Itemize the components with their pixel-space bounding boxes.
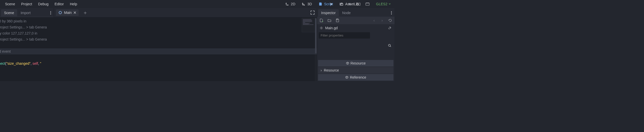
script-editor: Main ＋ File Search Edit Go To Debug	[54, 8, 317, 81]
section-resource-label: Resource	[351, 61, 366, 65]
distraction-free-icon[interactable]	[310, 10, 315, 15]
section-reference-label: Reference	[350, 75, 366, 79]
tab-import[interactable]: Import	[18, 9, 34, 16]
new-resource-icon[interactable]	[319, 18, 324, 23]
minimap[interactable]	[302, 18, 316, 32]
inspector-dock: Inspector Node ‹ › Main.gd	[317, 8, 394, 81]
renderer-select[interactable]: GLES2	[375, 2, 392, 6]
svg-rect-17	[337, 19, 338, 20]
renderer-label: GLES2	[376, 2, 387, 6]
menu-debug[interactable]: Debug	[35, 1, 51, 7]
script-icon	[319, 2, 323, 6]
svg-point-4	[50, 13, 51, 13]
menu-project[interactable]: Project	[18, 1, 35, 7]
svg-point-18	[321, 27, 322, 28]
workspace-3d-label: 3D	[308, 2, 312, 6]
play-custom-scene-icon[interactable]	[365, 2, 370, 6]
inspector-target-label: Main.gd	[325, 26, 338, 30]
chevron-down-icon	[388, 3, 391, 5]
workspace-assetlib[interactable]: AssetLib	[338, 1, 361, 7]
menubar-left: Scene Project Debug Editor Help	[2, 1, 80, 7]
transform-3d-icon	[302, 2, 306, 6]
workspace-assetlib-label: AssetLib	[345, 2, 359, 6]
code-area[interactable]: # Set the window size to 640 by 360 pixe…	[0, 17, 317, 81]
gear-icon	[320, 26, 323, 30]
assetlib-icon	[340, 2, 344, 6]
section-resource[interactable]: Resource	[318, 60, 393, 67]
svg-point-9	[59, 11, 62, 14]
workspace-script-label: Script	[324, 2, 333, 6]
script-tab-label: Main	[64, 11, 72, 15]
main-menubar: Scene Project Debug Editor Help 2D 3D Sc…	[0, 0, 394, 8]
section-resource-expand[interactable]: › Resource	[318, 67, 393, 74]
search-icon[interactable]	[388, 44, 391, 47]
script-tab-bar: Main ＋	[54, 8, 317, 17]
tab-inspector[interactable]: Inspector	[318, 9, 339, 16]
svg-point-5	[50, 14, 51, 15]
tab-node[interactable]: Node	[339, 9, 354, 16]
code-editor[interactable]: 567891011 ⌄12 # Set the window size to 6…	[0, 17, 317, 81]
svg-rect-2	[366, 3, 369, 5]
workspace-tabs: 2D 3D Script AssetLib	[283, 1, 361, 7]
section-resource-expand-label: Resource	[324, 68, 339, 72]
svg-point-14	[391, 11, 392, 12]
history-back-icon[interactable]: ‹	[372, 18, 376, 23]
svg-point-15	[391, 13, 392, 13]
svg-point-16	[391, 14, 392, 15]
history-forward-icon[interactable]: ›	[380, 18, 384, 23]
filter-properties-input[interactable]	[319, 32, 370, 39]
inspector-target: Main.gd	[317, 24, 394, 32]
script-tab-main[interactable]: Main	[56, 9, 79, 16]
inspector-toolbar: ‹ ›	[317, 17, 394, 24]
transform-2d-icon	[285, 2, 289, 6]
chevron-right-icon: ›	[321, 68, 322, 72]
scene-dock-tabs: Scene Import	[0, 8, 54, 17]
dock-options-icon[interactable]	[49, 11, 53, 15]
workspace-2d[interactable]: 2D	[283, 1, 297, 7]
section-reference[interactable]: Reference	[318, 74, 393, 81]
menu-editor[interactable]: Editor	[52, 1, 67, 7]
inspector-dock-tabs: Inspector Node	[317, 8, 394, 17]
save-resource-icon[interactable]	[335, 18, 340, 23]
node-icon	[58, 11, 62, 14]
workspace-3d[interactable]: 3D	[300, 1, 314, 7]
load-resource-icon[interactable]	[327, 18, 332, 23]
history-icon[interactable]	[388, 18, 392, 23]
vertical-scrollbar[interactable]	[315, 17, 317, 81]
dock-options-icon[interactable]	[389, 11, 393, 15]
svg-point-19	[388, 44, 390, 46]
menu-help[interactable]: Help	[67, 1, 80, 7]
menu-scene[interactable]: Scene	[2, 1, 18, 7]
tool-icon[interactable]	[387, 26, 392, 30]
add-script-tab-icon[interactable]: ＋	[81, 9, 89, 16]
workspace-script[interactable]: Script	[317, 1, 335, 7]
cube-icon	[346, 62, 349, 65]
workspace-2d-label: 2D	[291, 2, 295, 6]
cube-icon	[345, 76, 348, 79]
tab-scene[interactable]: Scene	[1, 9, 17, 16]
svg-point-3	[50, 11, 51, 12]
close-icon[interactable]	[74, 11, 76, 14]
